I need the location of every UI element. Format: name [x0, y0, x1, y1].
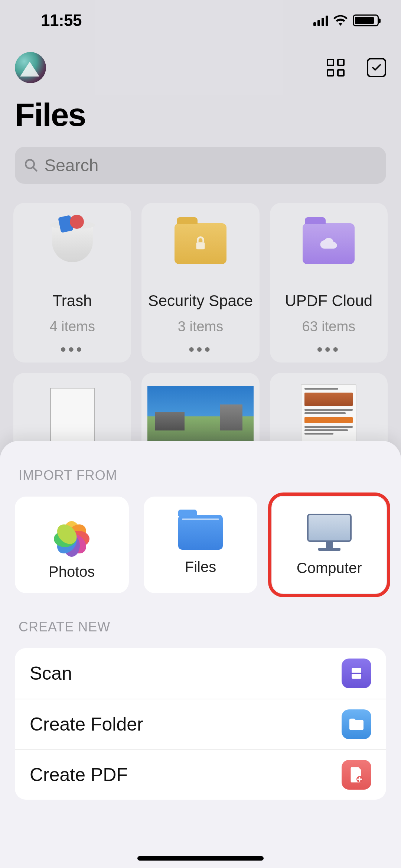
import-files-button[interactable]: Files — [144, 497, 258, 593]
folder-badge-icon — [342, 709, 371, 739]
computer-icon — [305, 514, 353, 551]
create-section-label: CREATE NEW — [19, 619, 386, 635]
import-section-label: IMPORT FROM — [19, 468, 386, 483]
folder-icon — [178, 515, 223, 550]
photos-icon — [49, 510, 94, 555]
import-label: Files — [185, 559, 216, 575]
import-photos-button[interactable]: Photos — [15, 497, 129, 593]
import-label: Computer — [297, 560, 362, 576]
create-scan-button[interactable]: Scan — [15, 648, 386, 699]
import-row: Photos Files Computer — [15, 497, 386, 593]
create-list: Scan Create Folder Create PDF — [15, 648, 386, 800]
import-computer-button[interactable]: Computer — [272, 497, 386, 593]
create-item-label: Create Folder — [30, 713, 143, 735]
scan-icon — [342, 659, 371, 688]
import-label: Photos — [49, 563, 95, 580]
svg-rect-4 — [351, 673, 363, 674]
create-item-label: Scan — [30, 663, 72, 684]
home-indicator[interactable] — [137, 856, 264, 861]
pdf-badge-icon — [342, 760, 371, 790]
create-pdf-button[interactable]: Create PDF — [15, 749, 386, 800]
action-sheet: IMPORT FROM Photos Files Computer CREATE… — [0, 441, 401, 868]
create-folder-button[interactable]: Create Folder — [15, 699, 386, 749]
create-item-label: Create PDF — [30, 764, 128, 786]
